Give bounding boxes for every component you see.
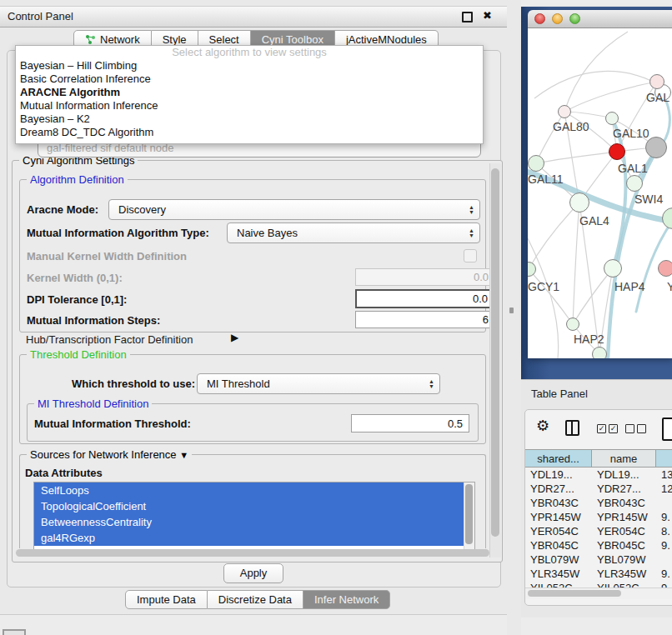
network-node[interactable] <box>649 74 664 89</box>
menu-item[interactable]: Mutual Information Inference <box>16 99 483 112</box>
menu-item[interactable]: Dream8 DC_TDC Algorithm <box>16 126 483 139</box>
mi-algorithm-type-combobox[interactable]: Naive Bayes ▲▼ <box>227 222 480 243</box>
kernel-width-label: Kernel Width (0,1): <box>27 272 123 284</box>
network-node-gal4[interactable] <box>569 192 589 212</box>
network-node-swi4[interactable] <box>626 175 643 192</box>
table-row[interactable]: YDL19...YDL19...13 <box>525 468 672 482</box>
table-row[interactable]: YER054CYER054C8. <box>525 524 672 538</box>
table-row[interactable]: YBR045CYBR045C9. <box>525 538 672 552</box>
node-label: GAL11 <box>528 172 564 186</box>
table-row[interactable]: YLR345WYLR345W9. <box>525 567 672 581</box>
menu-item[interactable]: Basic Correlation Inference <box>16 72 483 86</box>
menu-item-selected[interactable]: ARACNE Algorithm <box>16 86 483 99</box>
list-item[interactable]: TopologicalCoefficient <box>34 498 474 514</box>
network-view-window[interactable]: GAL GAL80 GAL10 GAL1 GAL11 SWI4 GAL4 GCY… <box>528 10 672 358</box>
list-item[interactable]: gal4RGexp <box>34 530 474 546</box>
hub-definition-label[interactable]: Hub/Transcription Factor Definition <box>26 333 193 346</box>
settings-vertical-scrollbar[interactable] <box>489 163 501 558</box>
tab-impute-data[interactable]: Impute Data <box>125 590 208 609</box>
data-attributes-list[interactable]: SelfLoops TopologicalCoefficient Between… <box>33 482 475 550</box>
network-node-hap2[interactable] <box>566 318 579 331</box>
settings-horizontal-scrollbar[interactable] <box>16 549 489 557</box>
network-node-hap4[interactable] <box>604 259 622 278</box>
aracne-mode-label: Aracne Mode: <box>27 203 98 216</box>
network-node-gal1-selected[interactable] <box>609 143 625 160</box>
manual-kernel-width-label: Manual Kernel Width Definition <box>27 250 187 262</box>
columns-icon[interactable] <box>565 420 579 436</box>
minimize-traffic-light-icon[interactable] <box>552 13 563 24</box>
list-vertical-scrollbar[interactable] <box>464 482 474 549</box>
bottom-tabbar: Impute Data Discretize Data Infer Networ… <box>125 590 390 609</box>
aracne-mode-combobox[interactable]: Discovery ▲▼ <box>108 199 480 220</box>
list-item[interactable]: SelfLoops <box>34 482 474 498</box>
table-row[interactable]: YBL079WYBL079W <box>525 552 672 567</box>
column-header-partial[interactable] <box>656 449 672 468</box>
menu-item[interactable]: Bayesian – K2 <box>16 112 483 126</box>
table-panel-title: Table Panel <box>531 388 588 400</box>
which-threshold-combobox[interactable]: MI Threshold ▲▼ <box>197 373 440 394</box>
node-label: HAP2 <box>574 332 604 346</box>
network-node-gal11[interactable] <box>528 155 544 172</box>
select-all-checkboxes-icon[interactable]: ✓✓ <box>597 424 618 433</box>
column-header-name[interactable]: name <box>592 449 656 468</box>
apply-button[interactable]: Apply <box>223 563 283 583</box>
mi-threshold-group-title: MI Threshold Definition <box>34 398 152 410</box>
scrollbar-thumb[interactable] <box>491 168 499 537</box>
sources-group: Sources for Network Inference ▼ Data Att… <box>19 454 486 548</box>
scrollbar-thumb[interactable] <box>528 590 621 597</box>
node-label: GAL1 <box>618 162 648 175</box>
deselect-all-checkboxes-icon[interactable] <box>625 424 646 433</box>
table-horizontal-scrollbar[interactable] <box>525 588 672 599</box>
algorithm-definition-title: Algorithm Definition <box>27 173 128 186</box>
collapse-down-icon[interactable]: ▼ <box>179 450 188 460</box>
network-node-gray[interactable] <box>645 137 667 158</box>
panel-splitter[interactable] <box>507 0 521 635</box>
algorithm-dropdown-popup: Select algorithm to view settings Bayesi… <box>15 45 484 144</box>
manual-kernel-width-checkbox[interactable] <box>464 249 477 262</box>
splitter-grip-icon[interactable] <box>509 308 514 313</box>
gear-icon[interactable]: ⚙ <box>536 417 549 435</box>
tab-discretize-data[interactable]: Discretize Data <box>208 590 303 609</box>
network-node[interactable] <box>592 347 607 358</box>
close-traffic-light-icon[interactable] <box>534 13 545 24</box>
import-table-icon[interactable] <box>662 418 672 441</box>
algorithm-placeholder: Select algorithm to view settings <box>16 46 483 59</box>
menu-item[interactable]: Bayesian – Hill Climbing <box>16 59 483 72</box>
network-node-gal10[interactable] <box>605 112 619 125</box>
zoom-traffic-light-icon[interactable] <box>569 13 580 24</box>
node-label: GAL <box>646 91 669 104</box>
network-node[interactable] <box>658 260 672 277</box>
network-icon <box>85 34 96 45</box>
mi-steps-field[interactable]: 6 <box>355 311 495 328</box>
float-window-icon[interactable] <box>462 12 473 22</box>
list-item[interactable]: BetweennessCentrality <box>34 514 474 530</box>
threshold-definition-group: Threshold Definition Which threshold to … <box>19 354 486 444</box>
node-label: GCY1 <box>528 280 559 293</box>
column-header-shared-name[interactable]: shared... <box>525 449 592 468</box>
collapsed-panel-icon[interactable] <box>3 629 26 635</box>
combo-stepper-icon: ▲▼ <box>469 205 474 215</box>
algorithm-definition-group: Algorithm Definition Aracne Mode: Discov… <box>19 179 486 332</box>
kernel-width-field[interactable]: 0.0 <box>355 268 495 286</box>
dpi-tolerance-field[interactable]: 0.0 <box>355 289 495 308</box>
network-window-titlebar[interactable] <box>528 10 672 28</box>
mi-threshold-group: MI Threshold Definition Mutual Informati… <box>27 403 479 442</box>
mi-threshold-field[interactable]: 0.5 <box>351 414 469 432</box>
network-node-gal80[interactable] <box>558 105 571 118</box>
tab-infer-network[interactable]: Infer Network <box>303 590 390 609</box>
table-row[interactable]: YDR27...YDR27...12 <box>525 482 672 496</box>
node-label: SWI4 <box>634 192 663 206</box>
expand-right-icon[interactable]: ▶ <box>231 332 238 343</box>
network-canvas[interactable]: GAL GAL80 GAL10 GAL1 GAL11 SWI4 GAL4 GCY… <box>528 28 672 358</box>
close-icon[interactable]: ✖ <box>483 9 492 22</box>
control-panel-title: Control Panel <box>8 10 73 22</box>
sources-group-title[interactable]: Sources for Network Inference ▼ <box>27 448 192 462</box>
table-row[interactable]: YBR043CYBR043C <box>525 496 672 510</box>
table-row[interactable]: YPR145WYPR145W9. <box>525 510 672 524</box>
scrollbar-thumb[interactable] <box>465 484 473 544</box>
node-label: GAL80 <box>553 120 589 133</box>
control-panel: Control Panel ✖ Network Style Select Cyn… <box>0 0 507 615</box>
screen: Control Panel ✖ Network Style Select Cyn… <box>0 0 672 635</box>
control-panel-titlebar[interactable]: Control Panel ✖ <box>0 6 507 28</box>
divider <box>0 614 515 615</box>
